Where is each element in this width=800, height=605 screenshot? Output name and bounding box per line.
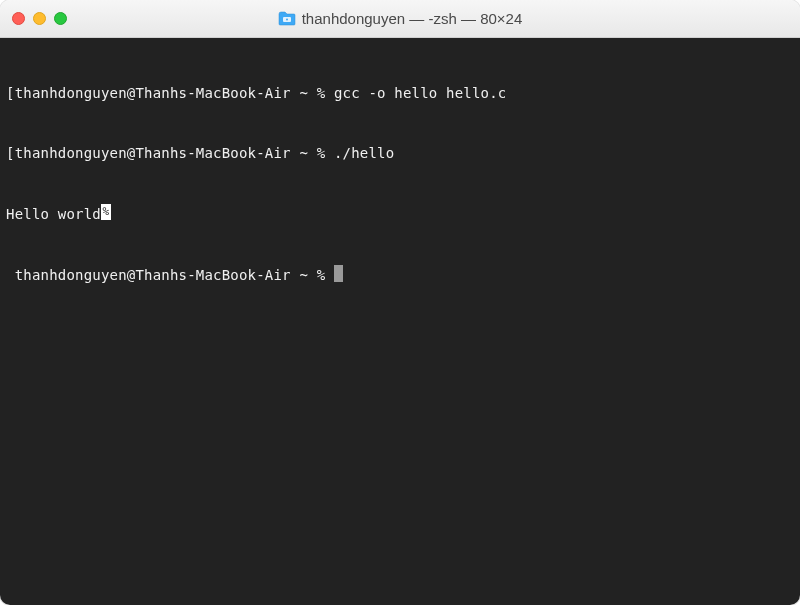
- svg-rect-0: [283, 17, 291, 22]
- terminal-line: [thanhdonguyen@Thanhs-MacBook-Air ~ % gc…: [6, 83, 794, 103]
- terminal-body[interactable]: [thanhdonguyen@Thanhs-MacBook-Air ~ % gc…: [0, 38, 800, 605]
- shell-prompt: thanhdonguyen@Thanhs-MacBook-Air ~ %: [6, 265, 334, 285]
- terminal-line: thanhdonguyen@Thanhs-MacBook-Air ~ %: [6, 265, 794, 285]
- traffic-lights: [12, 12, 67, 25]
- command-text: gcc -o hello hello.c: [334, 83, 507, 103]
- output-text: Hello world: [6, 204, 101, 224]
- shell-prompt: [thanhdonguyen@Thanhs-MacBook-Air ~ %: [6, 143, 334, 163]
- folder-icon: [278, 11, 296, 26]
- terminal-line: Hello world%: [6, 204, 794, 224]
- close-button[interactable]: [12, 12, 25, 25]
- svg-point-1: [286, 19, 288, 21]
- maximize-button[interactable]: [54, 12, 67, 25]
- window-title-wrap: thanhdonguyen — -zsh — 80×24: [0, 10, 800, 27]
- window-title: thanhdonguyen — -zsh — 80×24: [302, 10, 523, 27]
- titlebar[interactable]: thanhdonguyen — -zsh — 80×24: [0, 0, 800, 38]
- cursor-icon: [334, 265, 343, 282]
- shell-prompt: [thanhdonguyen@Thanhs-MacBook-Air ~ %: [6, 83, 334, 103]
- command-text: ./hello: [334, 143, 394, 163]
- terminal-window: thanhdonguyen — -zsh — 80×24 [thanhdongu…: [0, 0, 800, 605]
- minimize-button[interactable]: [33, 12, 46, 25]
- terminal-line: [thanhdonguyen@Thanhs-MacBook-Air ~ % ./…: [6, 143, 794, 163]
- garbled-char-icon: %: [101, 204, 111, 220]
